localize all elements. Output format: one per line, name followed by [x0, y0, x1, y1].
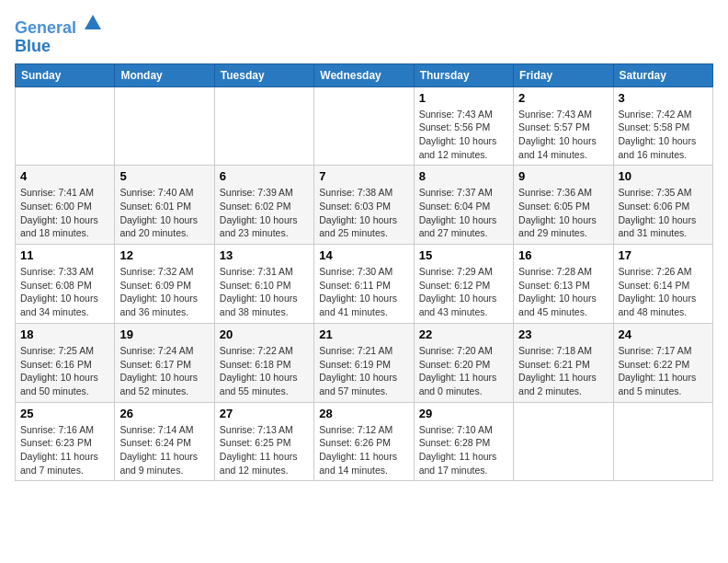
day-header-sunday: Sunday: [16, 63, 115, 86]
day-header-thursday: Thursday: [414, 63, 513, 86]
day-info: Sunrise: 7:10 AMSunset: 6:28 PMDaylight:…: [419, 423, 508, 477]
day-number: 13: [220, 248, 309, 262]
day-info: Sunrise: 7:13 AMSunset: 6:25 PMDaylight:…: [220, 423, 309, 477]
day-number: 5: [119, 169, 209, 183]
calendar-cell: [314, 86, 414, 166]
calendar-cell: [613, 402, 712, 481]
calendar-cell: 9Sunrise: 7:36 AMSunset: 6:05 PMDaylight…: [514, 166, 613, 245]
day-number: 22: [419, 327, 508, 341]
day-number: 21: [319, 327, 408, 341]
day-info: Sunrise: 7:41 AMSunset: 6:00 PMDaylight:…: [20, 186, 109, 240]
day-number: 3: [619, 91, 708, 105]
day-number: 8: [419, 169, 508, 183]
day-number: 9: [518, 169, 608, 183]
week-row-1: 1Sunrise: 7:43 AMSunset: 5:56 PMDaylight…: [16, 86, 713, 166]
day-info: Sunrise: 7:20 AMSunset: 6:20 PMDaylight:…: [419, 344, 508, 398]
day-number: 23: [518, 327, 608, 341]
day-info: Sunrise: 7:24 AMSunset: 6:17 PMDaylight:…: [119, 344, 209, 398]
day-info: Sunrise: 7:33 AMSunset: 6:08 PMDaylight:…: [20, 265, 109, 319]
calendar-cell: 17Sunrise: 7:26 AMSunset: 6:14 PMDayligh…: [613, 245, 712, 324]
day-header-saturday: Saturday: [613, 63, 712, 86]
calendar-cell: 28Sunrise: 7:12 AMSunset: 6:26 PMDayligh…: [314, 402, 414, 481]
day-number: 26: [119, 407, 209, 420]
day-number: 10: [619, 169, 708, 183]
day-info: Sunrise: 7:40 AMSunset: 6:01 PMDaylight:…: [119, 186, 209, 240]
day-info: Sunrise: 7:21 AMSunset: 6:19 PMDaylight:…: [319, 344, 408, 398]
day-info: Sunrise: 7:16 AMSunset: 6:23 PMDaylight:…: [20, 423, 109, 477]
day-info: Sunrise: 7:14 AMSunset: 6:24 PMDaylight:…: [119, 423, 209, 477]
calendar-header-row: SundayMondayTuesdayWednesdayThursdayFrid…: [16, 63, 713, 86]
calendar-cell: [214, 86, 313, 166]
day-info: Sunrise: 7:39 AMSunset: 6:02 PMDaylight:…: [220, 186, 309, 240]
calendar-cell: 4Sunrise: 7:41 AMSunset: 6:00 PMDaylight…: [16, 166, 115, 245]
day-header-friday: Friday: [514, 63, 613, 86]
day-number: 25: [20, 407, 109, 420]
calendar-cell: [514, 402, 613, 481]
logo-text: General Blue: [15, 15, 103, 56]
calendar-cell: 7Sunrise: 7:38 AMSunset: 6:03 PMDaylight…: [314, 166, 414, 245]
calendar-cell: 20Sunrise: 7:22 AMSunset: 6:18 PMDayligh…: [214, 323, 313, 402]
calendar-cell: 15Sunrise: 7:29 AMSunset: 6:12 PMDayligh…: [414, 245, 513, 324]
day-number: 19: [119, 327, 209, 341]
calendar-cell: 12Sunrise: 7:32 AMSunset: 6:09 PMDayligh…: [115, 245, 214, 324]
calendar-cell: 3Sunrise: 7:42 AMSunset: 5:58 PMDaylight…: [613, 86, 712, 166]
calendar-cell: 5Sunrise: 7:40 AMSunset: 6:01 PMDaylight…: [115, 166, 214, 245]
calendar-cell: 25Sunrise: 7:16 AMSunset: 6:23 PMDayligh…: [16, 402, 115, 481]
calendar-cell: 6Sunrise: 7:39 AMSunset: 6:02 PMDaylight…: [214, 166, 313, 245]
day-info: Sunrise: 7:36 AMSunset: 6:05 PMDaylight:…: [518, 186, 608, 240]
day-info: Sunrise: 7:43 AMSunset: 5:57 PMDaylight:…: [518, 108, 608, 162]
day-info: Sunrise: 7:31 AMSunset: 6:10 PMDaylight:…: [220, 265, 309, 319]
day-info: Sunrise: 7:30 AMSunset: 6:11 PMDaylight:…: [319, 265, 408, 319]
day-info: Sunrise: 7:26 AMSunset: 6:14 PMDaylight:…: [619, 265, 708, 319]
day-info: Sunrise: 7:35 AMSunset: 6:06 PMDaylight:…: [619, 186, 708, 240]
calendar-cell: 11Sunrise: 7:33 AMSunset: 6:08 PMDayligh…: [16, 245, 115, 324]
calendar-cell: 23Sunrise: 7:18 AMSunset: 6:21 PMDayligh…: [514, 323, 613, 402]
day-number: 14: [319, 248, 408, 262]
calendar-cell: 19Sunrise: 7:24 AMSunset: 6:17 PMDayligh…: [115, 323, 214, 402]
calendar-cell: 10Sunrise: 7:35 AMSunset: 6:06 PMDayligh…: [613, 166, 712, 245]
day-number: 20: [220, 327, 309, 341]
calendar-cell: 16Sunrise: 7:28 AMSunset: 6:13 PMDayligh…: [514, 245, 613, 324]
day-header-monday: Monday: [115, 63, 214, 86]
calendar-cell: 13Sunrise: 7:31 AMSunset: 6:10 PMDayligh…: [214, 245, 313, 324]
day-number: 29: [419, 407, 508, 420]
calendar-table: SundayMondayTuesdayWednesdayThursdayFrid…: [15, 63, 713, 482]
day-number: 4: [20, 169, 109, 183]
day-number: 7: [319, 169, 408, 183]
day-info: Sunrise: 7:38 AMSunset: 6:03 PMDaylight:…: [319, 186, 408, 240]
calendar-cell: 27Sunrise: 7:13 AMSunset: 6:25 PMDayligh…: [214, 402, 313, 481]
calendar-cell: 24Sunrise: 7:17 AMSunset: 6:22 PMDayligh…: [613, 323, 712, 402]
calendar-cell: 18Sunrise: 7:25 AMSunset: 6:16 PMDayligh…: [16, 323, 115, 402]
calendar-cell: 2Sunrise: 7:43 AMSunset: 5:57 PMDaylight…: [514, 86, 613, 166]
day-info: Sunrise: 7:17 AMSunset: 6:22 PMDaylight:…: [619, 344, 708, 398]
day-number: 2: [518, 91, 608, 105]
day-number: 16: [518, 248, 608, 262]
day-info: Sunrise: 7:32 AMSunset: 6:09 PMDaylight:…: [119, 265, 209, 319]
calendar-cell: 14Sunrise: 7:30 AMSunset: 6:11 PMDayligh…: [314, 245, 414, 324]
day-info: Sunrise: 7:18 AMSunset: 6:21 PMDaylight:…: [518, 344, 608, 398]
logo-general: General: [15, 18, 76, 37]
day-info: Sunrise: 7:12 AMSunset: 6:26 PMDaylight:…: [319, 423, 408, 477]
week-row-4: 18Sunrise: 7:25 AMSunset: 6:16 PMDayligh…: [16, 323, 713, 402]
day-number: 17: [619, 248, 708, 262]
calendar-cell: 26Sunrise: 7:14 AMSunset: 6:24 PMDayligh…: [115, 402, 214, 481]
calendar-cell: 21Sunrise: 7:21 AMSunset: 6:19 PMDayligh…: [314, 323, 414, 402]
day-number: 6: [220, 169, 309, 183]
day-number: 15: [419, 248, 508, 262]
calendar-cell: [115, 86, 214, 166]
page-header: General Blue: [15, 15, 713, 56]
day-info: Sunrise: 7:37 AMSunset: 6:04 PMDaylight:…: [419, 186, 508, 240]
calendar-cell: [16, 86, 115, 166]
calendar-cell: 22Sunrise: 7:20 AMSunset: 6:20 PMDayligh…: [414, 323, 513, 402]
logo-blue: Blue: [15, 37, 51, 55]
calendar-cell: 8Sunrise: 7:37 AMSunset: 6:04 PMDaylight…: [414, 166, 513, 245]
day-info: Sunrise: 7:25 AMSunset: 6:16 PMDaylight:…: [20, 344, 109, 398]
day-header-wednesday: Wednesday: [314, 63, 414, 86]
week-row-2: 4Sunrise: 7:41 AMSunset: 6:00 PMDaylight…: [16, 166, 713, 245]
day-number: 1: [419, 91, 508, 105]
week-row-3: 11Sunrise: 7:33 AMSunset: 6:08 PMDayligh…: [16, 245, 713, 324]
day-number: 12: [119, 248, 209, 262]
logo-icon: [83, 13, 103, 33]
logo: General Blue: [15, 15, 103, 56]
day-info: Sunrise: 7:29 AMSunset: 6:12 PMDaylight:…: [419, 265, 508, 319]
